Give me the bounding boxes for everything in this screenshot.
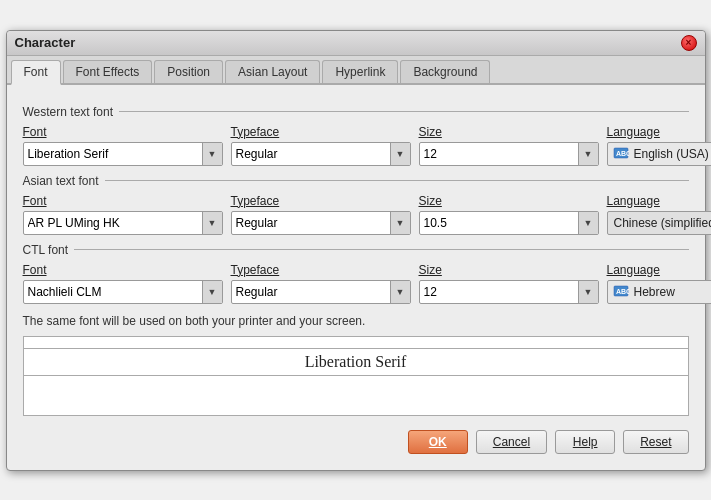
ctl-font-label: Font [23,263,223,277]
western-size-input[interactable] [420,145,578,163]
asian-typeface-label: Typeface [231,194,411,208]
titlebar: Character × [7,31,705,56]
ctl-font-col: Font ▼ [23,263,223,304]
tab-background[interactable]: Background [400,60,490,83]
svg-text:ABC: ABC [616,150,629,157]
preview-text: Liberation Serif [24,348,688,375]
cancel-button[interactable]: Cancel [476,430,547,454]
character-dialog: Character × Font Font Effects Position A… [6,30,706,471]
western-typeface-label: Typeface [231,125,411,139]
ctl-language-label: Language [607,263,712,277]
tab-position[interactable]: Position [154,60,223,83]
ctl-size-arrow[interactable]: ▼ [578,280,598,304]
preview-box: Liberation Serif [23,336,689,416]
ctl-font-arrow[interactable]: ▼ [202,280,222,304]
western-typeface-arrow[interactable]: ▼ [390,142,410,166]
reset-label: Reset [640,435,671,449]
ctl-typeface-col: Typeface ▼ [231,263,411,304]
asian-size-label: Size [419,194,599,208]
asian-typeface-select[interactable]: ▼ [231,211,411,235]
ctl-font-select[interactable]: ▼ [23,280,223,304]
close-button[interactable]: × [681,35,697,51]
ctl-size-col: Size ▼ [419,263,599,304]
western-size-label: Size [419,125,599,139]
tab-bar: Font Font Effects Position Asian Layout … [7,56,705,85]
cancel-label: Cancel [493,435,530,449]
asian-typeface-col: Typeface ▼ [231,194,411,235]
asian-section-label: Asian text font [23,174,689,188]
tab-hyperlink[interactable]: Hyperlink [322,60,398,83]
western-typeface-select[interactable]: ▼ [231,142,411,166]
asian-language-select[interactable]: Chinese (simplified ▼ [607,211,712,235]
tab-content: Western text font Font ▼ Typeface ▼ Size [7,85,705,470]
asian-typeface-input[interactable] [232,214,390,232]
help-button[interactable]: Help [555,430,615,454]
western-font-row: Font ▼ Typeface ▼ Size ▼ [23,125,689,166]
ctl-typeface-label: Typeface [231,263,411,277]
western-size-col: Size ▼ [419,125,599,166]
western-font-input[interactable] [24,145,202,163]
dialog-title: Character [15,35,76,50]
asian-font-input[interactable] [24,214,202,232]
ctl-font-row: Font ▼ Typeface ▼ Size ▼ [23,263,689,304]
ctl-size-label: Size [419,263,599,277]
tab-font-effects[interactable]: Font Effects [63,60,153,83]
western-section-label: Western text font [23,105,689,119]
asian-size-select[interactable]: ▼ [419,211,599,235]
help-label: Help [573,435,598,449]
info-text: The same font will be used on both your … [23,314,689,328]
western-language-icon: ABC [611,144,631,164]
ctl-size-input[interactable] [420,283,578,301]
asian-size-arrow[interactable]: ▼ [578,211,598,235]
svg-text:ABC: ABC [616,288,629,295]
western-font-col: Font ▼ [23,125,223,166]
preview-inner: Liberation Serif [24,348,688,403]
tab-asian-layout[interactable]: Asian Layout [225,60,320,83]
reset-button[interactable]: Reset [623,430,688,454]
asian-size-input[interactable] [420,214,578,232]
ctl-typeface-input[interactable] [232,283,390,301]
western-font-arrow[interactable]: ▼ [202,142,222,166]
asian-font-col: Font ▼ [23,194,223,235]
western-font-select[interactable]: ▼ [23,142,223,166]
ctl-typeface-select[interactable]: ▼ [231,280,411,304]
western-language-select[interactable]: ABC English (USA) ▼ [607,142,712,166]
western-typeface-input[interactable] [232,145,390,163]
asian-font-arrow[interactable]: ▼ [202,211,222,235]
asian-language-label: Language [607,194,712,208]
asian-font-row: Font ▼ Typeface ▼ Size ▼ [23,194,689,235]
ctl-section-label: CTL font [23,243,689,257]
asian-language-value: Chinese (simplified [608,216,712,230]
western-size-arrow[interactable]: ▼ [578,142,598,166]
ok-label: OK [429,435,447,449]
ctl-language-select[interactable]: ABC Hebrew ▼ [607,280,712,304]
ctl-language-icon: ABC [611,282,631,302]
western-font-label: Font [23,125,223,139]
asian-language-col: Language Chinese (simplified ▼ [607,194,712,235]
asian-font-label: Font [23,194,223,208]
western-language-col: Language ABC English (USA) ▼ [607,125,712,166]
asian-typeface-arrow[interactable]: ▼ [390,211,410,235]
western-language-label: Language [607,125,712,139]
asian-font-select[interactable]: ▼ [23,211,223,235]
buttons-row: OK Cancel Help Reset [23,426,689,458]
asian-size-col: Size ▼ [419,194,599,235]
western-size-select[interactable]: ▼ [419,142,599,166]
preview-line2 [24,375,688,403]
western-typeface-col: Typeface ▼ [231,125,411,166]
ctl-font-input[interactable] [24,283,202,301]
ctl-size-select[interactable]: ▼ [419,280,599,304]
ctl-language-col: Language ABC Hebrew ▼ [607,263,712,304]
western-language-value: English (USA) [634,147,712,161]
ctl-language-value: Hebrew [634,285,712,299]
ctl-typeface-arrow[interactable]: ▼ [390,280,410,304]
ok-button[interactable]: OK [408,430,468,454]
tab-font[interactable]: Font [11,60,61,85]
